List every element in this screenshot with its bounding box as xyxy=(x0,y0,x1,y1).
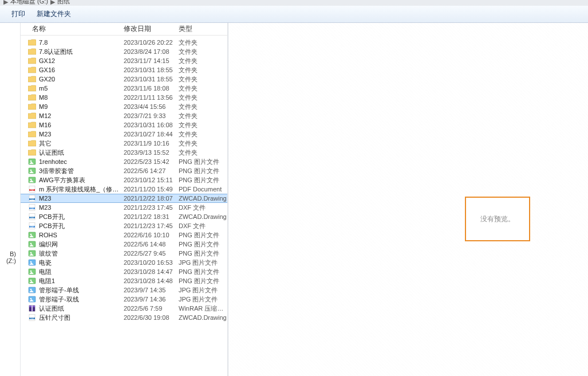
file-list[interactable]: 7.82023/10/26 20:22文件夹7.8认证图纸2023/8/24 1… xyxy=(21,36,227,322)
no-preview-text: 没有预览。 xyxy=(480,214,515,224)
file-row[interactable]: ROHS2022/6/16 10:10PNG 图片文件 xyxy=(21,230,227,240)
file-type: 文件夹 xyxy=(179,120,227,130)
file-name: PCB开孔 xyxy=(39,221,124,230)
file-row[interactable]: GX122023/11/7 14:15文件夹 xyxy=(21,56,227,65)
file-row[interactable]: M122023/7/21 9:33文件夹 xyxy=(21,111,227,120)
file-type: ZWCAD.Drawing xyxy=(179,194,227,203)
file-row[interactable]: 7.82023/10/26 20:22文件夹 xyxy=(21,38,227,47)
file-row[interactable]: 电瓷2023/10/20 16:53JPG 图片文件 xyxy=(21,258,227,267)
png-icon xyxy=(27,268,37,276)
file-date: 2021/11/20 15:49 xyxy=(124,185,179,194)
file-type: PNG 图片文件 xyxy=(179,166,227,175)
file-row[interactable]: M162023/10/31 16:08文件夹 xyxy=(21,120,227,130)
file-date: 2021/12/23 17:45 xyxy=(124,221,179,230)
file-type: 文件夹 xyxy=(179,102,227,111)
file-row[interactable]: M232023/10/27 18:44文件夹 xyxy=(21,130,227,139)
file-row[interactable]: m52023/11/6 18:08文件夹 xyxy=(21,84,227,93)
file-date: 2023/10/26 20:22 xyxy=(124,38,179,47)
column-headers[interactable]: 名称 修改日期 类型 xyxy=(21,23,227,36)
file-name: 电阻 xyxy=(39,267,124,276)
folder-icon xyxy=(27,93,37,101)
pdf-icon: PDF xyxy=(27,185,37,193)
folder-icon xyxy=(27,130,37,138)
print-button[interactable]: 打印 xyxy=(11,9,25,19)
file-name: M23 xyxy=(39,194,124,203)
file-name: 玻纹管 xyxy=(39,249,124,258)
file-date: 2023/9/7 14:35 xyxy=(124,285,179,295)
file-date: 2023/8/24 17:08 xyxy=(124,47,179,56)
file-name: 7.8 xyxy=(39,38,124,47)
file-name: GX16 xyxy=(39,65,124,75)
file-date: 2022/5/6 14:27 xyxy=(124,166,179,175)
file-row[interactable]: 玻纹管2022/5/27 9:45PNG 图片文件 xyxy=(21,249,227,258)
file-row[interactable]: 编织网2022/5/6 14:48PNG 图片文件 xyxy=(21,240,227,249)
file-date: 2022/5/6 7:59 xyxy=(124,304,179,313)
svg-point-28 xyxy=(30,261,32,263)
file-date: 2023/10/31 18:55 xyxy=(124,75,179,84)
file-name: 编织网 xyxy=(39,240,124,249)
file-row[interactable]: DWGPCB开孔2021/12/2 18:31ZWCAD.Drawing xyxy=(21,212,227,221)
file-row[interactable]: 管形端子-单线2023/9/7 14:35JPG 图片文件 xyxy=(21,285,227,295)
file-row[interactable]: DWG压针尺寸图2022/6/30 19:08ZWCAD.Drawing xyxy=(21,313,227,322)
jpg-icon xyxy=(27,295,37,303)
column-date[interactable]: 修改日期 xyxy=(124,24,179,34)
file-type: PNG 图片文件 xyxy=(179,267,227,276)
file-date: 2023/10/31 16:08 xyxy=(124,120,179,130)
svg-text:DWG: DWG xyxy=(30,198,34,201)
file-date: 2023/4/4 15:56 xyxy=(124,102,179,111)
folder-icon xyxy=(27,112,37,120)
folder-icon xyxy=(27,121,37,129)
file-type: PDF Document xyxy=(179,185,227,194)
file-row[interactable]: 电阻12023/10/28 14:48PNG 图片文件 xyxy=(21,276,227,285)
breadcrumb-item-folder[interactable]: 图纸 xyxy=(57,0,70,6)
file-row[interactable]: 1renhotec2022/5/23 15:42PNG 图片文件 xyxy=(21,157,227,166)
file-type: ZWCAD.Drawing xyxy=(179,313,227,322)
navigation-pane[interactable]: B) (Z:) xyxy=(0,23,21,376)
file-row[interactable]: 7.8认证图纸2023/8/24 17:08文件夹 xyxy=(21,47,227,56)
drive-z-label[interactable]: B) (Z:) xyxy=(0,250,18,264)
png-icon xyxy=(27,158,37,166)
dwg-icon: DWG xyxy=(27,213,37,221)
file-row[interactable]: M82022/11/11 13:56文件夹 xyxy=(21,93,227,102)
file-row[interactable]: 其它2023/11/9 10:16文件夹 xyxy=(21,139,227,148)
file-date: 2023/7/21 9:33 xyxy=(124,111,179,120)
file-row[interactable]: GX162023/10/31 18:55文件夹 xyxy=(21,65,227,75)
file-row[interactable]: GX202023/10/31 18:55文件夹 xyxy=(21,75,227,84)
file-name: M23 xyxy=(39,130,124,139)
file-date: 2023/10/12 15:11 xyxy=(124,175,179,185)
main-area: B) (Z:) 名称 修改日期 类型 7.82023/10/26 20:22文件… xyxy=(0,23,588,376)
svg-point-26 xyxy=(30,252,32,254)
file-date: 2022/11/11 13:56 xyxy=(124,93,179,102)
png-icon xyxy=(27,176,37,184)
file-name: GX20 xyxy=(39,75,124,84)
file-name: 7.8认证图纸 xyxy=(39,47,124,56)
breadcrumb-item-drive[interactable]: 本地磁盘 (G:) xyxy=(10,0,48,6)
file-type: 文件夹 xyxy=(179,93,227,102)
file-row[interactable]: AWG平方换算表2023/10/12 15:11PNG 图片文件 xyxy=(21,175,227,185)
file-row[interactable]: 认证图纸2022/5/6 7:59WinRAR 压缩文… xyxy=(21,304,227,313)
svg-text:DWG: DWG xyxy=(30,217,34,219)
svg-point-30 xyxy=(30,271,32,272)
file-name: 其它 xyxy=(39,139,124,148)
column-type[interactable]: 类型 xyxy=(179,24,227,34)
file-row[interactable]: 电阻2023/10/28 14:47PNG 图片文件 xyxy=(21,267,227,276)
file-row[interactable]: DXFPCB开孔2021/12/23 17:45DXF 文件 xyxy=(21,221,227,230)
file-row[interactable]: DWGM232021/12/22 18:07ZWCAD.Drawing xyxy=(21,194,227,203)
file-row[interactable]: M92023/4/4 15:56文件夹 xyxy=(21,102,227,111)
file-row[interactable]: DXFM232021/12/23 17:45DXF 文件 xyxy=(21,203,227,212)
column-name[interactable]: 名称 xyxy=(21,24,124,34)
file-type: 文件夹 xyxy=(179,130,227,139)
dxf-icon: DXF xyxy=(27,222,37,230)
new-folder-button[interactable]: 新建文件夹 xyxy=(37,9,71,19)
dwg-icon: DWG xyxy=(27,314,37,322)
file-row[interactable]: 管形端子-双线2023/9/7 14:36JPG 图片文件 xyxy=(21,295,227,304)
folder-icon xyxy=(27,103,37,111)
svg-point-32 xyxy=(30,280,32,281)
file-row[interactable]: 认证图纸2023/9/13 15:52文件夹 xyxy=(21,148,227,157)
file-name: m5 xyxy=(39,84,124,93)
svg-text:DXF: DXF xyxy=(30,207,34,210)
preview-pane: 没有预览。 xyxy=(228,23,588,376)
folder-icon xyxy=(27,139,37,147)
file-row[interactable]: PDFm 系列常规接线规格_（修订版）2021/11/20 15:49PDF D… xyxy=(21,185,227,194)
file-row[interactable]: 3倍带胶套管2022/5/6 14:27PNG 图片文件 xyxy=(21,166,227,175)
